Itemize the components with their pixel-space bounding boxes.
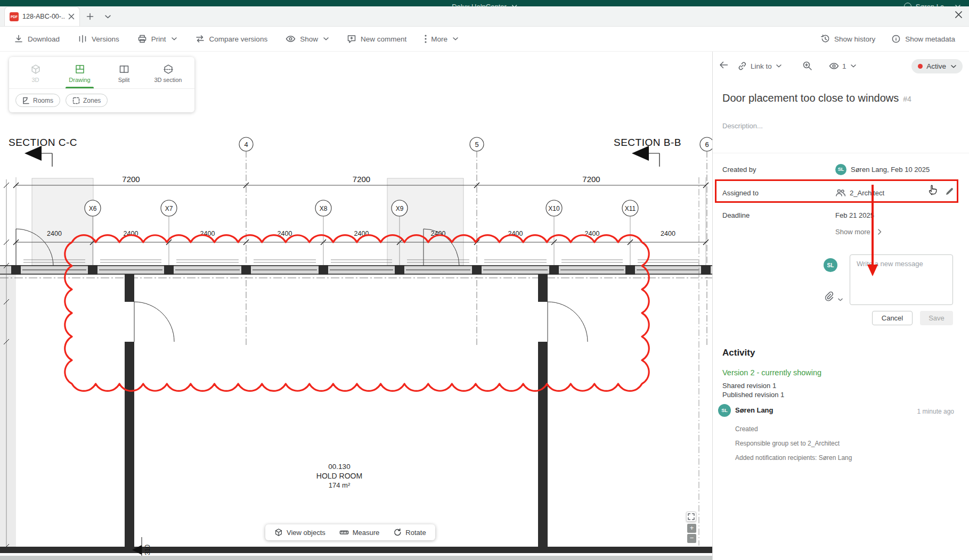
new-comment-label: New comment (361, 35, 406, 43)
eye-icon (829, 61, 839, 71)
chevron-down-icon (776, 64, 781, 68)
view-mode-drawing-label: Drawing (69, 77, 90, 83)
task-id: #4 (903, 95, 911, 103)
svg-text:X8: X8 (320, 205, 328, 212)
activity-avatar: SL (718, 404, 731, 417)
activity-author: Søren Lang (735, 406, 773, 414)
tab-bar: PDF 128-ABC-00-... (0, 6, 969, 27)
description-placeholder[interactable]: Description... (722, 122, 763, 130)
section-bb-label: SECTION B-B (614, 137, 681, 148)
chevron-down-icon (951, 65, 956, 68)
status-dot-icon (918, 64, 923, 69)
pdf-icon: PDF (10, 12, 19, 21)
show-button[interactable]: Show (286, 34, 329, 44)
room-area: 174 m² (329, 481, 351, 489)
view-mode-3d-section[interactable]: 3D section (146, 60, 190, 88)
measure-button[interactable]: Measure (332, 524, 387, 540)
compare-icon (195, 34, 205, 44)
history-icon (820, 34, 830, 44)
chevron-down-icon (172, 37, 177, 40)
view-mode-3d[interactable]: 3D (13, 60, 58, 88)
cancel-button[interactable]: Cancel (872, 311, 913, 325)
view-objects-label: View objects (287, 529, 325, 537)
zoom-to-task-button[interactable] (802, 61, 812, 71)
assigned-to-row[interactable]: Assigned to 2_Architect (722, 185, 959, 201)
version-line: Version 2 - currently showing (722, 368, 821, 377)
download-label: Download (28, 35, 60, 43)
svg-text:X6: X6 (89, 205, 97, 212)
zones-label: Zones (83, 97, 101, 104)
people-icon (835, 188, 846, 197)
save-button[interactable]: Save (920, 311, 953, 325)
created-by-value: Søren Lang, Feb 10 2025 (851, 166, 930, 174)
show-metadata-button[interactable]: Show metadata (891, 34, 955, 44)
chevron-right-icon (878, 229, 882, 235)
helpcenter-title: Dalux HelpCenter (452, 3, 507, 7)
door-icon (22, 97, 30, 104)
section-cc-label: SECTION C-C (9, 137, 77, 148)
view-mode-split[interactable]: Split (102, 60, 146, 88)
view-mode-drawing[interactable]: Drawing (58, 60, 102, 88)
viewer-toolbar: Download Versions Print Compare versions… (0, 27, 969, 52)
cube-icon (30, 64, 41, 75)
print-label: Print (151, 35, 166, 43)
close-viewer-icon[interactable] (955, 11, 963, 19)
show-more-button[interactable]: Show more (835, 228, 882, 236)
assigned-to-value: 2_Architect (850, 189, 884, 197)
deadline-row[interactable]: Deadline Feb 21 2025 (722, 207, 959, 223)
new-comment-button[interactable]: New comment (347, 34, 406, 44)
tab-close-icon[interactable] (68, 13, 75, 20)
rotate-button[interactable]: Rotate (386, 524, 433, 540)
cube-section-icon (163, 64, 174, 75)
svg-text:X11: X11 (625, 205, 636, 212)
floor-plan: SECTION C-C SECTION B-B 00.130 HOLD ROOM… (0, 52, 713, 560)
new-tab-button[interactable] (83, 10, 97, 23)
document-tab[interactable]: PDF 128-ABC-00-... (4, 6, 80, 26)
show-history-button[interactable]: Show history (820, 34, 875, 44)
deadline-value: Feb 21 2025 (835, 211, 874, 219)
svg-text:7200: 7200 (122, 175, 140, 184)
attach-file-button[interactable] (824, 291, 834, 303)
zones-button[interactable]: Zones (66, 94, 108, 107)
view-mode-3d-label: 3D (31, 77, 39, 83)
info-icon (891, 34, 901, 44)
zones-icon (72, 97, 80, 104)
download-icon (14, 34, 23, 44)
show-label: Show (300, 35, 318, 43)
print-button[interactable]: Print (137, 34, 177, 44)
zoom-out-button[interactable]: − (687, 534, 696, 543)
compose-avatar: SL (824, 258, 837, 272)
cube-icon (274, 528, 283, 537)
tab-title: 128-ABC-00-... (22, 13, 64, 20)
tab-list-chevron[interactable] (100, 10, 114, 23)
versions-button[interactable]: Versions (78, 34, 119, 44)
activity-line: Created (735, 425, 958, 433)
show-more-label: Show more (835, 228, 870, 236)
canvas-tools: View objects Measure Rotate (265, 524, 435, 540)
attach-options-chevron[interactable] (837, 295, 843, 303)
topbar-user: Søren La... (916, 3, 950, 7)
zoom-in-button[interactable]: + (687, 524, 696, 533)
eye-icon (286, 34, 296, 44)
message-input[interactable] (850, 254, 953, 305)
created-by-row: Created by SL Søren Lang, Feb 10 2025 (722, 161, 959, 177)
rotate-icon (393, 528, 402, 537)
horizontal-scrollbar[interactable] (0, 556, 712, 560)
activity-time: 1 minute ago (917, 408, 954, 415)
print-icon (137, 34, 147, 44)
user-avatar-icon (904, 3, 911, 6)
more-button[interactable]: More (425, 35, 458, 43)
compare-versions-button[interactable]: Compare versions (195, 34, 268, 44)
rooms-button[interactable]: Rooms (15, 94, 60, 107)
chevron-down-icon (323, 37, 329, 40)
back-button[interactable] (718, 60, 729, 70)
link-to-button[interactable]: Link to (737, 61, 781, 71)
download-button[interactable]: Download (14, 34, 60, 44)
drawing-canvas[interactable]: SECTION C-C SECTION B-B 00.130 HOLD ROOM… (0, 52, 713, 560)
edit-assigned-button[interactable] (945, 187, 954, 197)
status-dropdown[interactable]: Active (911, 59, 963, 73)
view-objects-button[interactable]: View objects (267, 524, 332, 540)
show-history-label: Show history (834, 35, 875, 43)
watchers-button[interactable]: 1 (829, 61, 856, 71)
zoom-fit-button[interactable] (686, 512, 696, 522)
